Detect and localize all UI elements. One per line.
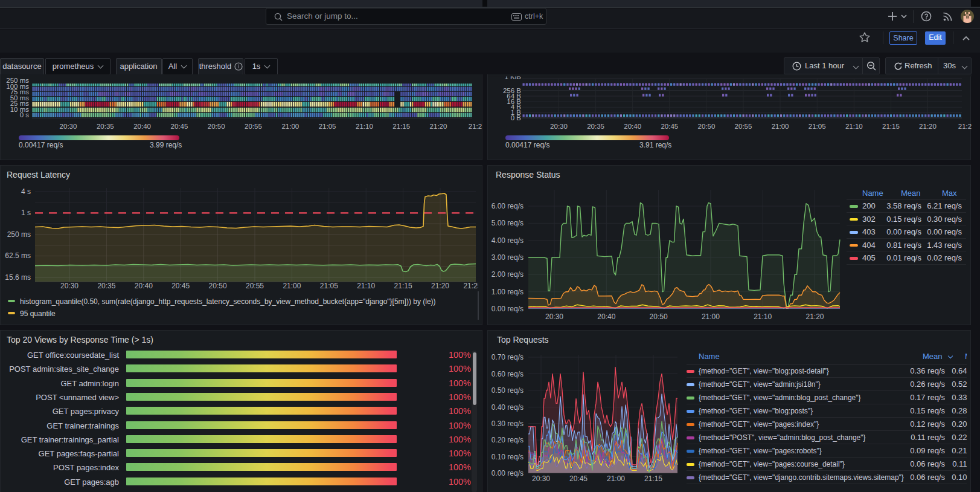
svg-text:0.00417 req/s: 0.00417 req/s	[505, 141, 549, 149]
svg-text:20:50: 20:50	[650, 312, 668, 321]
svg-text:21:2: 21:2	[958, 123, 972, 130]
svg-text:4 s: 4 s	[21, 187, 31, 196]
svg-text:21:2: 21:2	[469, 123, 482, 130]
svg-text:0.30 req/s: 0.30 req/s	[492, 419, 524, 428]
svg-text:21:00: 21:00	[772, 123, 789, 130]
svg-text:21:25: 21:25	[463, 282, 481, 290]
svg-text:21:10: 21:10	[845, 123, 863, 130]
svg-text:21:05: 21:05	[809, 123, 826, 130]
svg-text:20:50: 20:50	[209, 282, 227, 290]
svg-text:0.20 req/s: 0.20 req/s	[492, 436, 524, 444]
svg-text:20:55: 20:55	[245, 123, 262, 130]
svg-text:1.00 req/s: 1.00 req/s	[492, 288, 524, 296]
svg-text:21:20: 21:20	[430, 123, 447, 130]
svg-text:0.50 req/s: 0.50 req/s	[492, 386, 524, 395]
svg-text:4.00 req/s: 4.00 req/s	[492, 236, 524, 245]
svg-text:3.99 req/s: 3.99 req/s	[150, 141, 182, 149]
svg-text:21:00: 21:00	[283, 282, 301, 290]
svg-text:20:35: 20:35	[587, 123, 604, 130]
svg-text:20:30: 20:30	[60, 282, 78, 290]
svg-text:20:40: 20:40	[133, 123, 151, 130]
svg-text:20:30: 20:30	[545, 312, 563, 321]
svg-text:250 ms: 250 ms	[7, 230, 31, 239]
svg-text:1 s: 1 s	[21, 209, 31, 217]
svg-text:21:20: 21:20	[805, 312, 824, 321]
svg-text:21:15: 21:15	[644, 474, 662, 483]
svg-text:20:30: 20:30	[532, 474, 550, 483]
svg-text:21:00: 21:00	[281, 123, 299, 130]
svg-text:i: i	[238, 63, 239, 70]
svg-text:6.00 req/s: 6.00 req/s	[492, 202, 524, 210]
svg-text:20:50: 20:50	[698, 123, 716, 130]
svg-text:20:45: 20:45	[661, 123, 678, 130]
svg-text:62.5 ms: 62.5 ms	[5, 251, 31, 260]
svg-text:21:10: 21:10	[357, 282, 375, 290]
svg-text:20:40: 20:40	[624, 123, 641, 130]
svg-text:21:10: 21:10	[356, 123, 373, 130]
svg-text:20:35: 20:35	[97, 123, 114, 130]
svg-text:0.00417 req/s: 0.00417 req/s	[19, 141, 63, 149]
svg-text:0.10 req/s: 0.10 req/s	[492, 453, 524, 461]
svg-text:20:50: 20:50	[208, 123, 225, 130]
svg-text:3.91 req/s: 3.91 req/s	[639, 141, 671, 149]
svg-text:20:30: 20:30	[550, 123, 568, 130]
svg-text:20:45: 20:45	[171, 282, 190, 290]
svg-text:15.6 ms: 15.6 ms	[5, 273, 31, 282]
svg-text:21:20: 21:20	[919, 123, 937, 130]
svg-text:21:00: 21:00	[607, 474, 625, 483]
svg-text:0.60 req/s: 0.60 req/s	[492, 370, 524, 378]
svg-text:21:15: 21:15	[882, 123, 900, 130]
svg-text:21:00: 21:00	[702, 312, 720, 321]
svg-text:0.70 req/s: 0.70 req/s	[492, 353, 524, 361]
svg-text:21:15: 21:15	[392, 123, 410, 130]
svg-text:21:05: 21:05	[320, 282, 338, 290]
svg-text:0 B: 0 B	[511, 114, 522, 121]
svg-text:20:30: 20:30	[60, 123, 77, 130]
svg-text:2.00 req/s: 2.00 req/s	[492, 270, 524, 279]
svg-text:20:40: 20:40	[135, 282, 153, 290]
svg-text:0.00 req/s: 0.00 req/s	[492, 469, 524, 477]
svg-text:21:15: 21:15	[394, 282, 412, 290]
svg-text:5.00 req/s: 5.00 req/s	[492, 219, 524, 227]
svg-text:21:20: 21:20	[431, 282, 449, 290]
svg-text:20:45: 20:45	[569, 474, 588, 483]
svg-text:21:05: 21:05	[319, 123, 336, 130]
svg-text:20:45: 20:45	[171, 123, 188, 130]
svg-text:20:40: 20:40	[597, 312, 615, 321]
svg-text:20:55: 20:55	[735, 123, 752, 130]
svg-text:3.00 req/s: 3.00 req/s	[492, 253, 524, 262]
svg-text:21:10: 21:10	[754, 312, 772, 321]
svg-text:20:55: 20:55	[246, 282, 264, 290]
svg-text:0 s: 0 s	[20, 111, 30, 118]
svg-text:0.00 req/s: 0.00 req/s	[492, 305, 524, 313]
svg-text:0.40 req/s: 0.40 req/s	[492, 403, 524, 412]
svg-text:20:35: 20:35	[97, 282, 115, 290]
